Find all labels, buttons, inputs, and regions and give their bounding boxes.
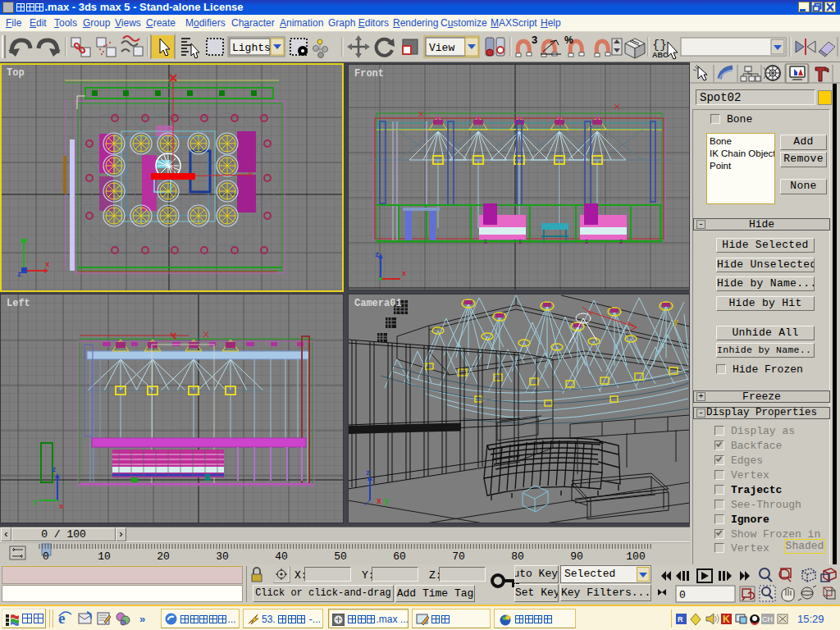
svg-text:Front: Front [354, 68, 384, 80]
svg-text:70: 70 [452, 550, 465, 563]
svg-text:x: x [402, 270, 407, 278]
svg-text:100: 100 [626, 550, 645, 563]
svg-text:0: 0 [679, 589, 686, 601]
svg-text:%: % [564, 34, 573, 46]
svg-text:20: 20 [157, 550, 170, 563]
svg-text:90: 90 [570, 550, 583, 563]
svg-text:x: x [45, 261, 50, 269]
svg-text:0: 0 [43, 550, 49, 563]
svg-text:40: 40 [275, 550, 288, 563]
svg-text:30: 30 [216, 550, 229, 563]
svg-text:K: K [723, 614, 730, 625]
svg-text:60: 60 [393, 550, 406, 563]
svg-text:View: View [429, 42, 454, 54]
svg-text:y: y [673, 318, 678, 327]
svg-text:y: y [384, 497, 389, 506]
svg-text:»: » [139, 613, 145, 625]
svg-text:80: 80 [511, 550, 524, 563]
svg-text:z: z [17, 271, 21, 279]
svg-text:y: y [33, 498, 38, 506]
svg-text:10: 10 [98, 550, 111, 563]
svg-text:z: z [52, 466, 56, 474]
svg-text:ABC: ABC [652, 51, 669, 59]
svg-text:50: 50 [334, 550, 347, 563]
svg-text:z: z [366, 469, 370, 477]
svg-text:x: x [59, 503, 64, 511]
svg-text:3: 3 [532, 34, 537, 46]
svg-text:R: R [678, 615, 683, 623]
svg-text:Camera01: Camera01 [354, 298, 402, 309]
svg-text:Left: Left [7, 298, 30, 309]
svg-text:x: x [377, 497, 381, 506]
svg-text:z: z [375, 251, 379, 259]
svg-text:Lights: Lights [232, 42, 271, 54]
svg-text:Top: Top [7, 67, 25, 79]
svg-text:CH: CH [762, 615, 773, 623]
